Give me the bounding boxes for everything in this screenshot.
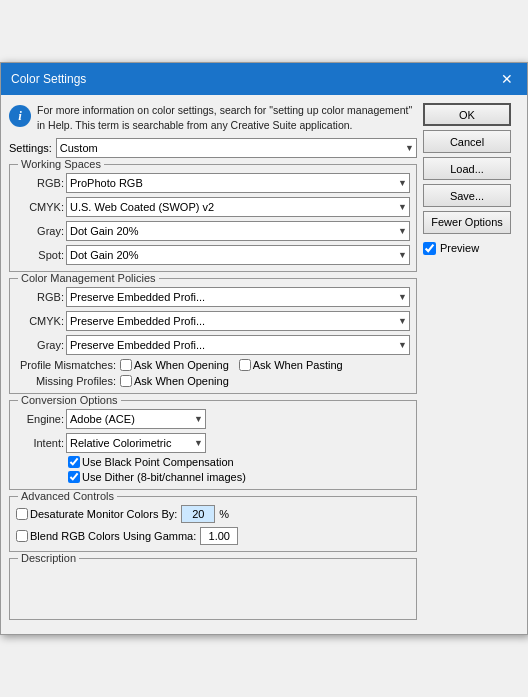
policy-rgb-row: RGB: Preserve Embedded Profi... ▼ — [16, 287, 410, 307]
preview-label: Preview — [440, 242, 479, 254]
profile-mismatch-label: Profile Mismatches: — [16, 359, 116, 371]
spot-label: Spot: — [16, 249, 64, 261]
policy-gray-select-wrapper: Preserve Embedded Profi... ▼ — [66, 335, 410, 355]
rgb-label: RGB: — [16, 177, 64, 189]
advanced-controls-group: Advanced Controls Desaturate Monitor Col… — [9, 496, 417, 552]
ask-pasting-checkbox[interactable] — [239, 359, 251, 371]
right-panel: OK Cancel Load... Save... Fewer Options … — [423, 103, 519, 625]
blend-rgb-label[interactable]: Blend RGB Colors Using Gamma: — [16, 530, 196, 542]
missing-ask-opening-checkbox[interactable] — [120, 375, 132, 387]
intent-select[interactable]: Relative Colorimetric — [66, 433, 206, 453]
rgb-select-wrapper: ProPhoto RGB ▼ — [66, 173, 410, 193]
color-management-group: Color Management Policies RGB: Preserve … — [9, 278, 417, 394]
policy-rgb-select[interactable]: Preserve Embedded Profi... — [66, 287, 410, 307]
desaturate-checkbox[interactable] — [16, 508, 28, 520]
gray-select-wrapper: Dot Gain 20% ▼ — [66, 221, 410, 241]
black-point-checkbox[interactable] — [68, 456, 80, 468]
spot-select-wrapper: Dot Gain 20% ▼ — [66, 245, 410, 265]
missing-profiles-row: Missing Profiles: Ask When Opening — [16, 375, 410, 387]
black-point-label[interactable]: Use Black Point Compensation — [68, 456, 234, 468]
spot-row: Spot: Dot Gain 20% ▼ — [16, 245, 410, 265]
info-text: For more information on color settings, … — [37, 103, 417, 131]
policy-gray-select[interactable]: Preserve Embedded Profi... — [66, 335, 410, 355]
dither-checkbox[interactable] — [68, 471, 80, 483]
ask-opening-mismatch-text: Ask When Opening — [134, 359, 229, 371]
dither-label[interactable]: Use Dither (8-bit/channel images) — [68, 471, 246, 483]
working-spaces-label: Working Spaces — [18, 158, 104, 170]
cancel-button[interactable]: Cancel — [423, 130, 511, 153]
info-icon: i — [9, 105, 31, 127]
working-spaces-group: Working Spaces RGB: ProPhoto RGB ▼ CMYK: — [9, 164, 417, 272]
info-row: i For more information on color settings… — [9, 103, 417, 131]
description-group: Description — [9, 558, 417, 620]
missing-ask-opening-text: Ask When Opening — [134, 375, 229, 387]
dialog-title: Color Settings — [11, 72, 86, 86]
policy-gray-label: Gray: — [16, 339, 64, 351]
conversion-options-group: Conversion Options Engine: Adobe (ACE) ▼… — [9, 400, 417, 490]
policy-cmyk-select[interactable]: Preserve Embedded Profi... — [66, 311, 410, 331]
black-point-text: Use Black Point Compensation — [82, 456, 234, 468]
load-button[interactable]: Load... — [423, 157, 511, 180]
policy-rgb-select-wrapper: Preserve Embedded Profi... ▼ — [66, 287, 410, 307]
cmyk-row: CMYK: U.S. Web Coated (SWOP) v2 ▼ — [16, 197, 410, 217]
intent-label: Intent: — [16, 437, 64, 449]
settings-row: Settings: Custom ▼ — [9, 138, 417, 158]
ask-pasting-text: Ask When Pasting — [253, 359, 343, 371]
rgb-row: RGB: ProPhoto RGB ▼ — [16, 173, 410, 193]
dither-row: Use Dither (8-bit/channel images) — [68, 471, 410, 483]
gray-row: Gray: Dot Gain 20% ▼ — [16, 221, 410, 241]
description-label: Description — [18, 552, 79, 564]
black-point-row: Use Black Point Compensation — [68, 456, 410, 468]
intent-row: Intent: Relative Colorimetric ▼ — [16, 433, 410, 453]
cmyk-select[interactable]: U.S. Web Coated (SWOP) v2 — [66, 197, 410, 217]
save-button[interactable]: Save... — [423, 184, 511, 207]
gray-label: Gray: — [16, 225, 64, 237]
preview-row: Preview — [423, 242, 519, 255]
desaturate-row: Desaturate Monitor Colors By: % — [16, 505, 410, 523]
policy-cmyk-select-wrapper: Preserve Embedded Profi... ▼ — [66, 311, 410, 331]
desaturate-label[interactable]: Desaturate Monitor Colors By: — [16, 508, 177, 520]
desaturate-unit: % — [219, 508, 229, 520]
spot-select[interactable]: Dot Gain 20% — [66, 245, 410, 265]
cmyk-label: CMYK: — [16, 201, 64, 213]
blend-rgb-row: Blend RGB Colors Using Gamma: — [16, 527, 410, 545]
settings-select[interactable]: Custom — [56, 138, 417, 158]
ask-opening-mismatch-checkbox[interactable] — [120, 359, 132, 371]
color-settings-dialog: Color Settings ✕ i For more information … — [0, 62, 528, 634]
close-button[interactable]: ✕ — [497, 69, 517, 89]
missing-ask-opening-label[interactable]: Ask When Opening — [120, 375, 229, 387]
color-management-label: Color Management Policies — [18, 272, 159, 284]
gray-select[interactable]: Dot Gain 20% — [66, 221, 410, 241]
blend-rgb-text: Blend RGB Colors Using Gamma: — [30, 530, 196, 542]
preview-checkbox[interactable] — [423, 242, 436, 255]
blend-rgb-checkbox[interactable] — [16, 530, 28, 542]
ask-pasting-label[interactable]: Ask When Pasting — [239, 359, 343, 371]
settings-select-wrapper: Custom ▼ — [56, 138, 417, 158]
engine-select[interactable]: Adobe (ACE) — [66, 409, 206, 429]
rgb-select[interactable]: ProPhoto RGB — [66, 173, 410, 193]
engine-select-wrapper: Adobe (ACE) ▼ — [66, 409, 206, 429]
desaturate-input[interactable] — [181, 505, 215, 523]
missing-profiles-label: Missing Profiles: — [16, 375, 116, 387]
policy-cmyk-row: CMYK: Preserve Embedded Profi... ▼ — [16, 311, 410, 331]
policy-gray-row: Gray: Preserve Embedded Profi... ▼ — [16, 335, 410, 355]
desaturate-text: Desaturate Monitor Colors By: — [30, 508, 177, 520]
profile-mismatch-row: Profile Mismatches: Ask When Opening Ask… — [16, 359, 410, 371]
title-bar: Color Settings ✕ — [1, 63, 527, 95]
ask-opening-mismatch-label[interactable]: Ask When Opening — [120, 359, 229, 371]
fewer-options-button[interactable]: Fewer Options — [423, 211, 511, 233]
left-panel: i For more information on color settings… — [9, 103, 417, 625]
advanced-controls-label: Advanced Controls — [18, 490, 117, 502]
engine-row: Engine: Adobe (ACE) ▼ — [16, 409, 410, 429]
settings-label: Settings: — [9, 142, 52, 154]
policy-cmyk-label: CMYK: — [16, 315, 64, 327]
engine-label: Engine: — [16, 413, 64, 425]
ok-button[interactable]: OK — [423, 103, 511, 126]
conversion-options-label: Conversion Options — [18, 394, 121, 406]
policy-rgb-label: RGB: — [16, 291, 64, 303]
intent-select-wrapper: Relative Colorimetric ▼ — [66, 433, 206, 453]
cmyk-select-wrapper: U.S. Web Coated (SWOP) v2 ▼ — [66, 197, 410, 217]
blend-rgb-input[interactable] — [200, 527, 238, 545]
dither-text: Use Dither (8-bit/channel images) — [82, 471, 246, 483]
